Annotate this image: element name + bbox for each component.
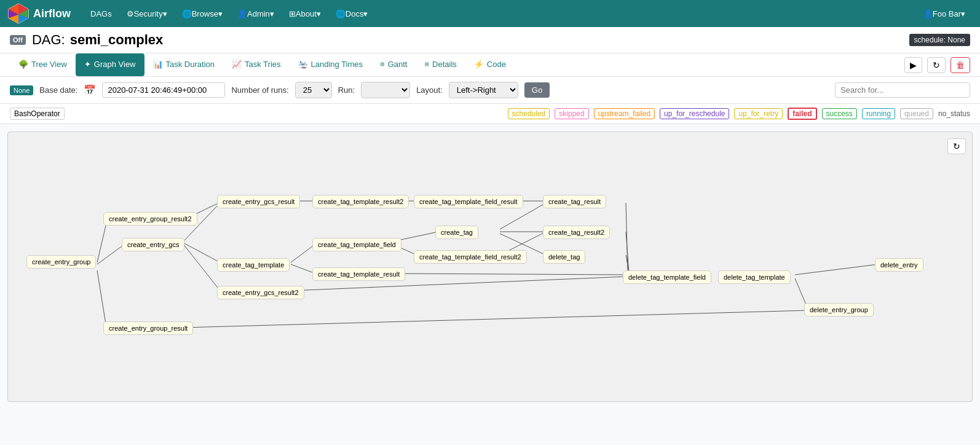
search-input[interactable] <box>835 82 970 98</box>
legend-scheduled: scheduled <box>508 108 550 119</box>
navbar: Airflow DAGs ⚙ Security ▾ 🌐 Browse ▾ 👤 A… <box>0 0 980 27</box>
user-icon: 👤 <box>923 9 933 18</box>
code-icon: ⚡ <box>474 60 484 69</box>
nav-security[interactable]: ⚙ Security ▾ <box>119 0 175 27</box>
calendar-icon[interactable]: 📅 <box>84 84 96 96</box>
dag-node-create_entry_gcs[interactable]: create_entry_gcs <box>122 238 184 251</box>
legend-queued: queued <box>900 108 933 119</box>
dag-node-delete_tag[interactable]: delete_tag <box>543 250 585 264</box>
about-chevron-icon: ▾ <box>317 9 321 18</box>
dag-node-create_tag_result[interactable]: create_tag_result <box>543 195 606 208</box>
none-badge: None <box>10 85 33 95</box>
legend-no-status: no_status <box>938 109 970 118</box>
legend-items: scheduled skipped upstream_failed up_for… <box>508 108 970 120</box>
docs-chevron-icon: ▾ <box>363 9 368 18</box>
schedule-badge: schedule: None <box>909 34 970 46</box>
legend-bar: BashOperator scheduled skipped upstream_… <box>0 104 980 124</box>
dag-title: DAG: semi_complex <box>32 32 163 48</box>
tree-icon: 🌳 <box>18 60 28 69</box>
play-button[interactable]: ▶ <box>904 57 922 73</box>
user-menu[interactable]: 👤 Foo Bar ▾ <box>915 0 973 27</box>
graph-refresh-button[interactable]: ↻ <box>947 138 966 154</box>
user-chevron-icon: ▾ <box>961 9 965 18</box>
admin-icon: 👤 <box>237 9 247 18</box>
nav-docs[interactable]: 🌐 Docs ▾ <box>328 0 376 27</box>
legend-skipped: skipped <box>555 108 588 119</box>
search-area <box>835 82 970 98</box>
about-grid-icon: ⊞ <box>289 9 296 18</box>
base-date-label: Base date: <box>39 85 77 95</box>
delete-button[interactable]: 🗑 <box>950 57 970 73</box>
graph-area: ↻ <box>7 132 973 402</box>
tab-code[interactable]: ⚡ Code <box>465 53 515 76</box>
number-of-runs-label: Number of runs: <box>231 85 288 95</box>
tab-details[interactable]: ≡ Details <box>416 53 465 76</box>
dag-arrows <box>8 132 972 401</box>
dag-node-create_tag_template_field[interactable]: create_tag_template_field <box>312 238 401 251</box>
docs-icon: 🌐 <box>336 9 346 18</box>
refresh-button[interactable]: ↻ <box>927 57 946 73</box>
tab-graph-view[interactable]: ✦ Graph View <box>76 53 144 76</box>
airflow-logo-icon <box>7 2 30 25</box>
tabs-bar: 🌳 Tree View ✦ Graph View 📊 Task Duration… <box>0 53 980 77</box>
dag-node-create_entry_gcs_result2[interactable]: create_entry_gcs_result2 <box>217 286 304 299</box>
tab-task-tries[interactable]: 📈 Task Tries <box>223 53 290 76</box>
layout-select[interactable]: Left->Right Top->Bottom <box>449 82 518 98</box>
dag-node-create_tag_result2[interactable]: create_tag_result2 <box>543 226 610 239</box>
nav-browse[interactable]: 🌐 Browse ▾ <box>175 0 230 27</box>
browse-chevron-icon: ▾ <box>218 9 223 18</box>
tab-landing-times[interactable]: 🛬 Landing Times <box>290 53 372 76</box>
run-select[interactable] <box>361 82 410 98</box>
nav-dags[interactable]: DAGs <box>83 0 119 27</box>
task-duration-icon: 📊 <box>153 60 163 69</box>
gantt-icon: ≡ <box>380 60 385 69</box>
legend-up-for-retry: up_for_retry <box>734 108 783 119</box>
dag-node-create_entry_group[interactable]: create_entry_group <box>26 255 96 269</box>
nav-admin[interactable]: 👤 Admin ▾ <box>230 0 282 27</box>
graph-icon: ✦ <box>84 60 91 69</box>
go-button[interactable]: Go <box>524 82 550 98</box>
brand-logo[interactable]: Airflow <box>7 2 71 25</box>
tab-gantt[interactable]: ≡ Gantt <box>371 53 416 76</box>
operator-badge[interactable]: BashOperator <box>10 108 65 120</box>
dag-node-create_tag_template_result[interactable]: create_tag_template_result <box>312 267 405 281</box>
dag-node-delete_tag_template[interactable]: delete_tag_template <box>718 270 791 284</box>
dag-node-delete_tag_template_field[interactable]: delete_tag_template_field <box>623 270 711 284</box>
landing-icon: 🛬 <box>298 60 308 69</box>
task-tries-icon: 📈 <box>232 60 242 69</box>
security-icon: ⚙ <box>127 9 134 18</box>
dag-toggle-badge[interactable]: Off <box>10 35 26 45</box>
legend-upstream-failed: upstream_failed <box>594 108 655 119</box>
admin-chevron-icon: ▾ <box>270 9 274 18</box>
dag-node-create_entry_group_result[interactable]: create_entry_group_result <box>103 321 193 335</box>
legend-failed: failed <box>788 108 816 120</box>
legend-up-for-reschedule: up_for_reschedule <box>660 108 729 119</box>
dag-node-create_entry_gcs_result[interactable]: create_entry_gcs_result <box>217 195 300 208</box>
dag-node-create_tag_template[interactable]: create_tag_template <box>217 258 290 272</box>
tab-actions: ▶ ↻ 🗑 <box>904 57 970 73</box>
page-header: Off DAG: semi_complex schedule: None <box>0 27 980 53</box>
dag-node-delete_entry[interactable]: delete_entry <box>875 258 923 272</box>
security-chevron-icon: ▾ <box>163 9 167 18</box>
nav-about[interactable]: ⊞ About ▾ <box>282 0 328 27</box>
browse-icon: 🌐 <box>182 9 192 18</box>
legend-success: success <box>822 108 857 119</box>
base-date-input[interactable] <box>102 82 225 98</box>
run-label: Run: <box>338 85 355 95</box>
dag-node-create_tag[interactable]: create_tag <box>435 226 478 239</box>
tab-task-duration[interactable]: 📊 Task Duration <box>144 53 223 76</box>
dag-node-create_entry_group_result2[interactable]: create_entry_group_result2 <box>103 212 197 226</box>
number-of-runs-select[interactable]: 25 50 100 <box>295 82 332 98</box>
details-icon: ≡ <box>424 60 429 69</box>
layout-label: Layout: <box>416 85 443 95</box>
tab-tree-view[interactable]: 🌳 Tree View <box>10 53 76 76</box>
brand-text: Airflow <box>33 7 71 20</box>
nav-user-section: 👤 Foo Bar ▾ <box>915 0 973 27</box>
legend-running: running <box>862 108 895 119</box>
dag-node-create_tag_template_result2[interactable]: create_tag_template_result2 <box>312 195 409 208</box>
dag-node-create_tag_template_field_result[interactable]: create_tag_template_field_result <box>414 195 523 208</box>
dag-node-create_tag_template_field_result2[interactable]: create_tag_template_field_result2 <box>414 250 527 264</box>
dag-node-delete_entry_group[interactable]: delete_entry_group <box>804 303 874 317</box>
controls-bar: None Base date: 📅 Number of runs: 25 50 … <box>0 77 980 104</box>
